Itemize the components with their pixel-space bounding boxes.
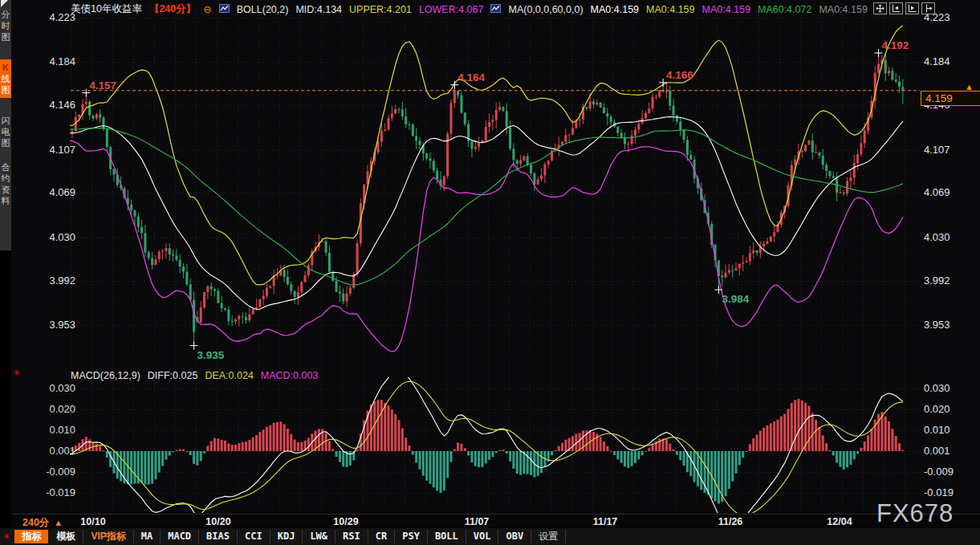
macd-axis-label: -0.019 [924,486,972,498]
price-axis-label: 4.107 [40,144,75,156]
kline-legend-item-0: 美债10年收益率 [71,2,142,16]
stream-icon[interactable]: ⊖ [203,3,211,15]
tab-char: 分 [2,10,10,19]
macd-axis-label: -0.009 [924,466,972,478]
price-up-arrow-icon: ▲ [965,82,974,92]
chart-canvas[interactable]: 4.1573.9354.1644.1663.9844.192 [0,0,980,545]
macd-axis-label: 0.010 [34,424,75,436]
chart-tool-icons [873,2,935,14]
date-label-11/17: 11/17 [581,516,629,527]
tab-char: K [2,63,9,72]
toolbar-item-MACD[interactable]: MACD [161,530,199,543]
tab-char: 时 [2,21,10,31]
toolbar-item-KDJ[interactable]: KDJ [270,530,303,543]
tab-char: 图 [2,138,10,148]
mini-chart-icon [219,4,230,15]
kline-legend-item-7: LOWER:4.067 [419,4,484,15]
toolbar-item-RSI[interactable]: RSI [335,530,368,543]
macd-legend-item-1: DIFF:0.025 [148,370,198,381]
collapse-sidebar-icon[interactable] [1,0,8,7]
tab-char: 图 [2,85,10,95]
mini-chart-icon [490,4,501,15]
bottom-toolbar: ✳ 指标模板VIP指标MAMACDBIASCCIKDJLW&RSICRPSYBO… [0,527,980,545]
macd-axis-label: 0.030 [924,382,972,394]
price-axis-label: 3.953 [924,319,972,331]
date-label-11/07: 11/07 [453,516,501,527]
kline-legend-item-6: UPPER:4.201 [349,4,412,15]
tab-char: 线 [2,74,10,83]
svg-text:3.935: 3.935 [197,349,225,361]
price-axis-label: 4.107 [924,144,972,156]
sidebar-tab-4[interactable]: 合约资料 [0,159,11,209]
price-axis-label: 4.069 [924,186,972,198]
macd-axis-label: 0.010 [924,424,972,436]
toolbar-item-VIP指标[interactable]: VIP指标 [83,530,133,543]
macd-burst-icon[interactable]: ✳ [13,368,20,378]
date-label-11/26: 11/26 [706,516,754,527]
tab-char: 合 [2,162,10,172]
toolbar-item-OBV[interactable]: OBV [498,530,531,543]
kline-legend: 美债10年收益率【240分】⊖BOLL(20,2)MID:4.134UPPER:… [71,2,868,16]
macd-axis-label: 0.001 [924,445,972,457]
toolbar-item-VOL[interactable]: VOL [466,530,499,543]
toolbar-burst-icon[interactable]: ✳ [3,532,10,541]
expand-pane-icon[interactable] [921,2,935,14]
pan-icon[interactable] [873,2,887,14]
kline-legend-item-12: MA0:4.159 [702,4,750,15]
date-label-10/10: 10/10 [69,516,117,527]
kline-legend-item-5: MID:4.134 [295,4,342,15]
price-axis-label: 4.184 [40,55,75,67]
compress-right-icon[interactable] [905,2,919,14]
interval-label: 240分 [22,517,49,528]
kline-legend-item-11: MA0:4.159 [646,4,694,15]
tab-char: 料 [2,196,10,205]
date-label-12/04: 12/04 [815,516,864,527]
tab-char: 资 [2,185,10,194]
macd-axis-label: -0.009 [34,466,75,478]
toolbar-item-BOLL[interactable]: BOLL [428,530,466,543]
toolbar-item-PSY[interactable]: PSY [395,530,428,543]
svg-text:4.166: 4.166 [666,69,693,81]
dropdown-up-icon: ▲ [54,518,63,527]
toolbar-item-MA[interactable]: MA [134,530,161,543]
toolbar-item-指标[interactable]: 指标 [14,530,48,543]
svg-text:3.984: 3.984 [722,293,749,305]
compress-left-icon[interactable] [889,2,903,14]
price-axis-label: 4.069 [40,186,75,198]
toolbar-item-设置[interactable]: 设置 [531,530,566,543]
toolbar-item-LW&[interactable]: LW& [303,530,335,543]
macd-axis-label: 0.020 [34,403,75,415]
sidebar-tab-2[interactable]: K线图 [0,59,11,98]
kline-legend-item-13: MA60:4.072 [758,4,811,15]
current-price-tag: 4.159 [921,91,980,106]
tab-char: 闪 [2,116,10,125]
tab-char: 约 [2,173,10,183]
macd-legend-item-3: MACD:0.003 [261,370,319,381]
tab-char: 图 [2,32,10,42]
date-label-10/29: 10/29 [322,516,370,527]
sidebar: 分时图K线图闪电图合约资料 [0,0,11,545]
kline-legend-item-9: MA(0,0,0,60,0,0) [508,4,583,15]
app-window: 4.1573.9354.1644.1663.9844.192 分时图K线图闪电图… [0,0,980,545]
toolbar-item-模板[interactable]: 模板 [49,530,83,543]
price-axis-label: 3.992 [40,275,75,287]
fx678-watermark: FX678 [876,499,954,528]
tab-char: 电 [2,127,10,136]
price-axis-label: 4.146 [40,99,75,111]
date-label-10/20: 10/20 [194,516,242,527]
macd-axis-label: 0.001 [34,445,75,457]
price-axis-label: 3.992 [924,275,972,287]
sidebar-tab-3[interactable]: 闪电图 [0,112,11,151]
svg-text:4.192: 4.192 [882,39,909,51]
macd-axis-label: 0.020 [924,403,972,415]
sidebar-tab-1[interactable]: 分时图 [0,6,11,45]
svg-text:4.164: 4.164 [457,71,485,83]
price-axis-label: 3.953 [40,319,75,331]
macd-axis-label: 0.030 [34,382,75,394]
toolbar-item-CR[interactable]: CR [368,530,395,543]
price-axis-label: 4.184 [924,55,972,67]
toolbar-item-BIAS[interactable]: BIAS [199,530,238,543]
toolbar-item-CCI[interactable]: CCI [238,530,270,543]
macd-legend: MACD(26,12,9)DIFF:0.025DEA:0.024MACD:0.0… [71,370,318,381]
macd-legend-item-2: DEA:0.024 [205,370,253,381]
